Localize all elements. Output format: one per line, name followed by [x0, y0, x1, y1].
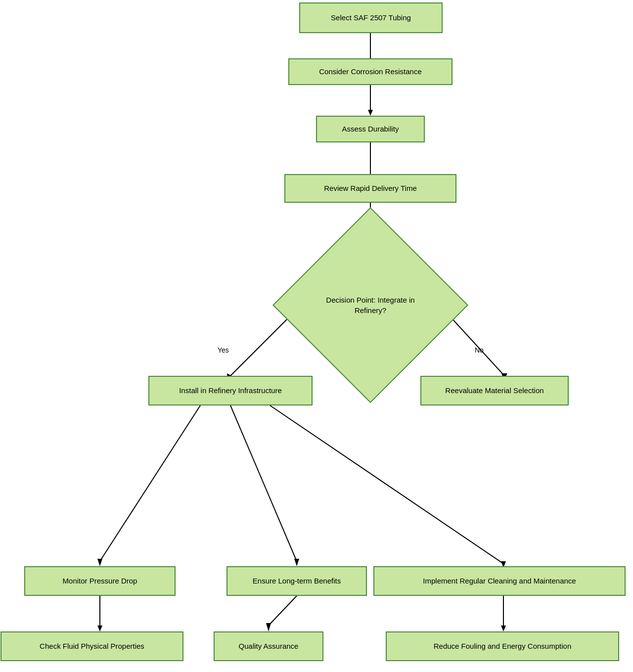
node-assess-durability: Assess Durability [316, 116, 425, 142]
svg-marker-23 [501, 626, 506, 631]
label-no: No [475, 346, 484, 354]
node-quality-assurance: Quality Assurance [214, 631, 323, 661]
svg-line-12 [100, 405, 200, 561]
svg-marker-13 [97, 559, 102, 566]
svg-line-20 [269, 596, 297, 626]
node-reevaluate: Reevaluate Material Selection [420, 376, 569, 405]
diamond-label: Decision Point: Integrate in Refinery? [323, 295, 417, 315]
svg-line-16 [270, 405, 503, 564]
node-consider-corrosion: Consider Corrosion Resistance [288, 58, 452, 85]
svg-marker-3 [368, 110, 373, 116]
node-implement-cleaning: Implement Regular Cleaning and Maintenan… [373, 566, 626, 596]
svg-marker-15 [294, 559, 299, 566]
node-monitor-pressure: Monitor Pressure Drop [24, 566, 176, 596]
node-select-saf: Select SAF 2507 Tubing [299, 2, 443, 33]
node-ensure-longterm: Ensure Long-term Benefits [226, 566, 367, 596]
node-reduce-fouling: Reduce Fouling and Energy Consumption [386, 631, 619, 661]
node-review-delivery: Review Rapid Delivery Time [284, 174, 456, 203]
svg-marker-19 [97, 626, 102, 631]
svg-marker-21 [266, 623, 271, 631]
label-yes: Yes [218, 346, 229, 354]
svg-line-14 [230, 405, 297, 561]
node-install-refinery: Install in Refinery Infrastructure [148, 376, 313, 405]
diamond-decision: Decision Point: Integrate in Refinery? [301, 236, 440, 374]
node-check-fluid: Check Fluid Physical Properties [0, 631, 183, 661]
flowchart: Select SAF 2507 Tubing Consider Corrosio… [0, 0, 633, 672]
